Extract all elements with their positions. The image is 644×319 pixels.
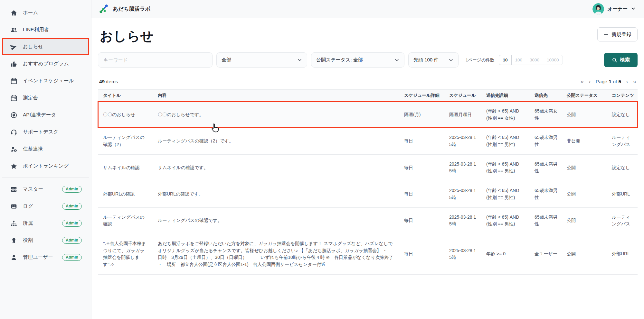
sidebar-item-label: 住基連携 (23, 146, 43, 152)
sidebar-item-juki-renkei[interactable]: 住基連携 (2, 141, 89, 158)
sidebar-item-label: ポイントランキング (23, 163, 69, 169)
sidebar-item-affiliation[interactable]: 所属 Admin (2, 215, 89, 232)
cell-content: ルーティングパスの確認（2）です。 (153, 128, 399, 154)
cell-dest_detail: (年齢 < 65) AND (性別 == 男性) (481, 128, 529, 154)
sidebar-item-line-users[interactable]: LINE利用者 (2, 21, 89, 38)
cell-schedule_detail: 隔週(月) (399, 102, 444, 128)
page-size-option-100[interactable]: 100 (511, 55, 526, 65)
avatar (592, 3, 604, 15)
table-row[interactable]: 外部URLの確認外部URLの確認です。毎日2025-03-28 15時(年齢 <… (98, 181, 638, 207)
table-row[interactable]: ルーティングパスの確認ルーティングパスの確認です。毎日2025-03-28 15… (98, 207, 638, 234)
sidebar-item-role[interactable]: 役割 Admin (2, 232, 89, 249)
sidebar-item-point-ranking[interactable]: ポイントランキング (2, 158, 89, 175)
sidebar-item-admin-users[interactable]: 管理ユーザー Admin (2, 249, 89, 266)
table-row[interactable]: 〇〇のおしらせ〇〇のおしらせです。隔週(月)隔週月曜日(年齢 < 65) AND… (98, 102, 638, 128)
cell-content: あだち脳活ラボをご登録いただいた方を対象に、ガラガラ抽選会を開催します！ スマホ… (153, 234, 399, 274)
brand-name: あだち脳活ラボ (113, 5, 150, 13)
cell-schedule: 隔週月曜日 (444, 102, 481, 128)
cell-schedule_detail: 毎日 (399, 154, 444, 181)
sidebar-item-label: おしらせ (23, 43, 43, 50)
sidebar: ホーム LINE利用者 おしらせ おすすめプログラム イベントスケジュール 測定… (0, 0, 91, 319)
column-header: 送信先 (529, 90, 562, 102)
cell-dest_detail: (年齢 < 65) AND (性別 == 男性) (481, 207, 529, 234)
sidebar-item-measurement[interactable]: 測定会 (2, 89, 89, 106)
cell-schedule: 2025-03-28 15時 (444, 207, 481, 234)
cell-dest: 65歳未満男性 (529, 128, 562, 154)
headset-icon (10, 129, 17, 136)
column-header: 送信先詳細 (481, 90, 529, 102)
sidebar-item-label: 役割 (23, 237, 33, 244)
sidebar-item-recommended-program[interactable]: おすすめプログラム (2, 55, 89, 72)
sidebar-item-home[interactable]: ホーム (2, 4, 89, 21)
page-size-option-10[interactable]: 10 (499, 55, 511, 65)
table-body: 〇〇のおしらせ〇〇のおしらせです。隔週(月)隔週月曜日(年齢 < 65) AND… (98, 102, 638, 275)
chevron-down-icon (394, 58, 399, 62)
column-header: スケジュール (444, 90, 481, 102)
search-button[interactable]: 検索 (604, 53, 638, 67)
page-indicator: Page 1 of 5 (596, 79, 621, 85)
cell-dest: 65歳未満男性 (529, 154, 562, 181)
sidebar-item-label: ログ (23, 203, 33, 210)
head-count-select[interactable]: 先頭 100 件 (408, 52, 459, 68)
column-header: 公開ステータス (562, 90, 607, 102)
filter-row: 全部 公開ステータス: 全部 先頭 100 件 1ページの件数 10100300… (98, 52, 638, 68)
table-row[interactable]: ルーティングパスの確認（2）ルーティングパスの確認（2）です。毎日2025-03… (98, 128, 638, 154)
sidebar-item-master[interactable]: マスター Admin (2, 181, 89, 198)
publish-status-select[interactable]: 公開ステータス: 全部 (311, 52, 404, 68)
cell-schedule: 2025-03-28 15時 (444, 234, 481, 274)
user-menu[interactable]: オーナー (592, 3, 636, 15)
category-select[interactable]: 全部 (216, 52, 307, 68)
sidebar-item-support-desk[interactable]: サポートデスク (2, 123, 89, 141)
prev-page-button[interactable]: ‹ (589, 78, 591, 85)
star-icon (10, 163, 17, 170)
keyword-input[interactable] (98, 52, 213, 68)
cell-title: °.✧舎人公園千本桜まつりにて、ガラガラ抽選会を開催します°.✧ (98, 234, 153, 274)
cell-content: 〇〇のおしらせです。 (153, 102, 399, 128)
main-content: おしらせ 新規登録 全部 公開ステータス: 全部 先頭 100 件 1ページの件… (91, 18, 644, 319)
cell-schedule_detail: 毎日 (399, 181, 444, 207)
sidebar-item-label: サポートデスク (23, 129, 59, 135)
cell-content_type: ルーティングパス (607, 207, 638, 234)
hierarchy-icon (10, 220, 17, 227)
sidebar-item-label: 所属 (23, 220, 33, 227)
sidebar-item-label: LINE利用者 (23, 26, 49, 33)
chevron-down-icon (297, 58, 302, 62)
table-row[interactable]: サムネイルの確認サムネイルの確認です。毎日2025-03-28 15時(年齢 <… (98, 154, 638, 181)
page-size-option-3000[interactable]: 3000 (526, 55, 543, 65)
chevron-down-icon (449, 58, 453, 62)
cell-content_type: 外部URL (607, 181, 638, 207)
home-icon (10, 9, 17, 16)
cell-dest: 65歳未満男性 (529, 181, 562, 207)
first-page-button[interactable]: « (581, 78, 584, 85)
cell-status: 公開 (562, 207, 607, 234)
cell-dest: 65歳未満女性 (529, 102, 562, 128)
brand-logo-icon (99, 4, 109, 14)
cell-status: 非公開 (562, 128, 607, 154)
sidebar-item-label: イベントスケジュール (23, 77, 74, 84)
new-registration-button[interactable]: 新規登録 (597, 27, 638, 41)
cell-title: ルーティングパスの確認（2） (98, 128, 153, 154)
search-icon (612, 57, 617, 63)
cell-content_type: 外部URL (607, 234, 638, 274)
sidebar-item-api-data[interactable]: API連携データ (2, 106, 89, 123)
cell-content: サムネイルの確認です。 (153, 154, 399, 181)
sidebar-item-log[interactable]: ログ Admin (2, 198, 89, 215)
sidebar-item-label: 測定会 (23, 95, 38, 101)
cell-dest_detail: 年齢 >= 0 (481, 234, 529, 274)
last-page-button[interactable]: » (633, 78, 636, 85)
sidebar-item-oshirase[interactable]: おしらせ (2, 38, 89, 55)
table-row[interactable]: °.✧舎人公園千本桜まつりにて、ガラガラ抽選会を開催します°.✧あだち脳活ラボを… (98, 234, 638, 274)
table-header-row: タイトル内容スケジュール詳細スケジュール送信先詳細送信先公開ステータスコンテンツ (98, 90, 638, 102)
admin-badge: Admin (62, 254, 82, 261)
page-size-option-10000[interactable]: 10000 (543, 55, 563, 65)
admin-badge: Admin (62, 203, 82, 210)
thumbs-up-icon (10, 60, 17, 68)
cell-schedule_detail: 毎日 (399, 234, 444, 274)
admin-badge: Admin (62, 220, 82, 227)
cell-schedule: 2025-03-28 15時 (444, 181, 481, 207)
calendar-icon (10, 77, 17, 85)
plus-icon (603, 32, 609, 37)
column-header: コンテンツ (607, 90, 638, 102)
next-page-button[interactable]: › (626, 78, 628, 85)
sidebar-item-event-schedule[interactable]: イベントスケジュール (2, 72, 89, 89)
